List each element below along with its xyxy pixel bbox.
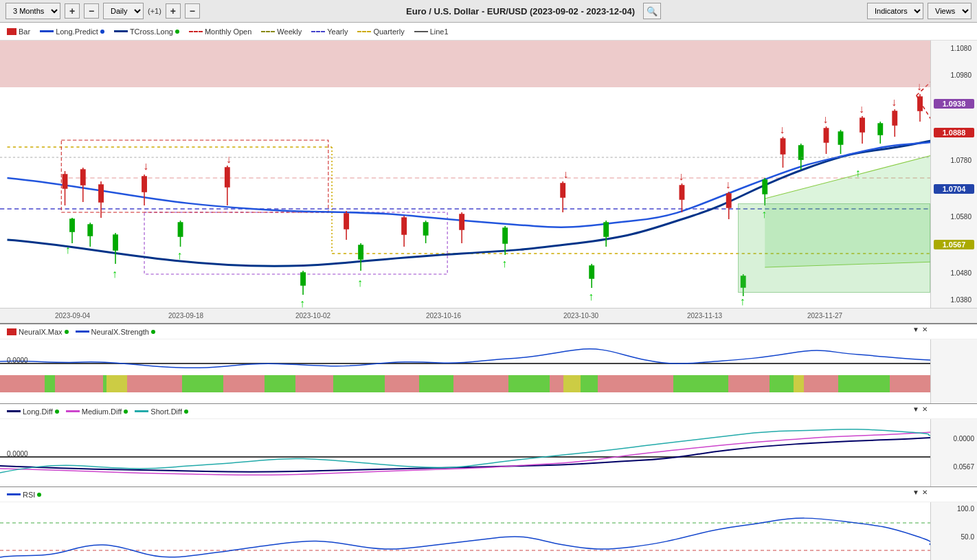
date-label-2: 2023-09-18 <box>168 312 203 320</box>
legend-monthlyopen: Monthly Open <box>189 27 251 36</box>
chart-legend: Bar Long.Predict TCross.Long Monthly Ope… <box>0 23 977 41</box>
svg-rect-106 <box>598 375 673 392</box>
svg-rect-103 <box>385 375 419 392</box>
line1-legend-label: Line1 <box>430 27 449 36</box>
tcrosslong-legend-icon <box>114 30 128 32</box>
svg-text:↓: ↓ <box>822 113 828 125</box>
views-select[interactable]: Views <box>928 3 972 19</box>
neuralx-chart-area: 0.0000 <box>0 339 930 403</box>
rsi-legend: RSI ▼ ✕ <box>0 487 977 502</box>
sub-timeframe-button[interactable]: − <box>84 3 99 19</box>
svg-rect-107 <box>728 375 770 392</box>
neuralx-strength-dot <box>151 330 155 334</box>
sub-period-button[interactable]: − <box>185 3 200 19</box>
svg-text:↑: ↑ <box>300 297 305 308</box>
neuralx-strength-label: NeuralX.Strength <box>91 328 149 336</box>
svg-rect-120 <box>838 375 890 392</box>
svg-rect-17 <box>70 219 74 232</box>
svg-text:↓: ↓ <box>725 178 730 190</box>
weekly-legend-label: Weekly <box>277 27 302 36</box>
svg-rect-29 <box>460 214 464 229</box>
green-zone-overlay <box>738 203 930 293</box>
svg-rect-110 <box>45 375 55 392</box>
legend-weekly: Weekly <box>261 27 302 36</box>
legend-yearly: Yearly <box>311 27 348 36</box>
neuralx-max-legend: NeuralX.Max <box>7 328 69 336</box>
date-label-4: 2023-10-16 <box>426 312 461 320</box>
price-chart-panel: Bar Long.Predict TCross.Long Monthly Ope… <box>0 23 977 324</box>
svg-text:↑: ↑ <box>855 166 861 179</box>
svg-rect-114 <box>333 375 385 392</box>
diff-close-button[interactable]: ✕ <box>922 405 928 413</box>
diff-panel-controls: ▼ ✕ <box>912 405 928 413</box>
long-diff-dot <box>55 410 59 414</box>
svg-rect-98 <box>0 375 45 392</box>
yearly-legend-label: Yearly <box>327 27 348 36</box>
svg-rect-43 <box>892 111 897 125</box>
rsi-close-button[interactable]: ✕ <box>922 489 928 496</box>
rsi-50-label: 50.0 <box>934 533 974 541</box>
svg-text:↓: ↓ <box>143 159 148 172</box>
pink-zone-overlay <box>0 41 930 87</box>
svg-text:↑: ↑ <box>357 276 363 289</box>
diff-axis-label2: 0.0567 <box>953 463 974 471</box>
add-timeframe-button[interactable]: + <box>65 3 80 19</box>
svg-text:↓: ↓ <box>563 168 568 180</box>
svg-text:↓: ↓ <box>779 123 785 135</box>
yearly-legend-icon <box>311 31 325 32</box>
date-axis: 2023-09-04 2023-09-18 2023-10-02 2023-10… <box>0 308 977 323</box>
svg-rect-49 <box>113 235 117 250</box>
price-0980: 1.0980 <box>934 71 974 79</box>
period-select[interactable]: Daily <box>103 3 144 19</box>
diff-minimize-button[interactable]: ▼ <box>912 405 919 413</box>
longpredict-legend-label: Long.Predict <box>56 27 98 36</box>
diff-svg <box>0 419 930 486</box>
chart-title: Euro / U.S. Dollar - EUR/USD (2023-09-02… <box>406 6 635 16</box>
search-button[interactable]: 🔍 <box>643 3 661 19</box>
svg-rect-104 <box>453 375 508 392</box>
add-period-button[interactable]: + <box>166 3 181 19</box>
rsi-legend-item: RSI <box>7 491 41 499</box>
svg-text:↓: ↓ <box>226 153 232 165</box>
price-badge-0938: 1.0938 <box>934 99 974 109</box>
svg-rect-102 <box>295 375 333 392</box>
neuralx-zero-label: 0.0000 <box>7 357 28 364</box>
price-0380: 1.0380 <box>934 296 974 304</box>
svg-rect-112 <box>182 375 223 392</box>
neuralx-minimize-button[interactable]: ▼ <box>912 326 919 333</box>
quarterly-legend-icon <box>357 31 371 32</box>
legend-quarterly: Quarterly <box>357 27 404 36</box>
rsi-dot <box>37 493 41 497</box>
neuralx-close-button[interactable]: ✕ <box>922 326 928 333</box>
svg-rect-108 <box>804 375 838 392</box>
long-diff-icon <box>7 410 21 412</box>
timeframe-select[interactable]: 3 Months <box>5 3 60 19</box>
line1-legend-icon <box>414 31 428 32</box>
svg-rect-109 <box>890 375 930 392</box>
neuralx-panel: NeuralX.Max NeuralX.Strength ▼ ✕ <box>0 324 977 404</box>
bar-legend-icon <box>7 28 16 35</box>
svg-rect-25 <box>344 214 348 229</box>
svg-text:↑: ↑ <box>739 295 745 307</box>
svg-rect-39 <box>824 128 828 142</box>
legend-bar: Bar <box>7 27 30 36</box>
svg-rect-122 <box>563 375 581 392</box>
indicators-select[interactable]: Indicators <box>867 3 923 19</box>
date-label-3: 2023-10-02 <box>295 312 330 320</box>
weekly-legend-icon <box>261 31 275 32</box>
long-diff-label: Long.Diff <box>23 407 53 416</box>
rsi-minimize-button[interactable]: ▼ <box>912 489 919 496</box>
rsi-icon <box>7 493 21 495</box>
svg-rect-57 <box>423 223 427 235</box>
tcrosslong-dot <box>175 30 179 34</box>
neuralx-max-label: NeuralX.Max <box>19 328 63 336</box>
neuralx-strength-legend: NeuralX.Strength <box>76 328 155 336</box>
svg-rect-63 <box>604 223 608 236</box>
legend-longpredict: Long.Predict <box>40 27 104 36</box>
rsi-100-label: 100.0 <box>934 505 974 513</box>
tcrosslong-legend-label: TCross.Long <box>130 27 173 36</box>
svg-rect-123 <box>794 375 804 392</box>
price-badge-0567: 1.0567 <box>934 240 974 249</box>
svg-rect-15 <box>99 185 103 202</box>
diff-axis-label: 0.0000 <box>953 435 974 443</box>
